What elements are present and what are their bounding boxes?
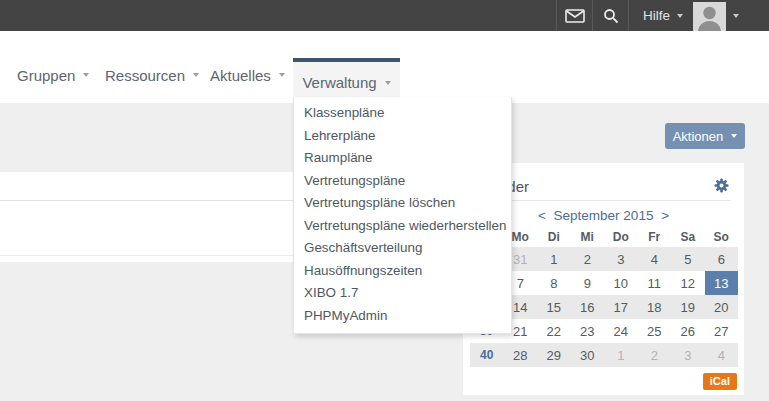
nav-item-ressourcen[interactable]: Ressourcen	[105, 55, 199, 95]
page: Hilfe Gruppen Ressourcen Aktuelles	[0, 0, 769, 401]
day-cell[interactable]: 6	[705, 247, 739, 271]
day-cell[interactable]: 8	[537, 271, 571, 295]
avatar[interactable]	[693, 2, 726, 31]
next-month-button[interactable]: >	[657, 208, 673, 223]
chevron-down-icon	[193, 73, 199, 77]
menu-item-klassenplaene[interactable]: Klassenpläne	[294, 102, 511, 125]
chevron-down-icon	[83, 73, 89, 77]
topbar: Hilfe	[0, 0, 769, 31]
avatar-menu-button[interactable]	[726, 0, 749, 31]
nav-item-label: Ressourcen	[105, 67, 185, 84]
chevron-down-icon	[731, 134, 737, 138]
day-cell[interactable]: 27	[705, 319, 739, 343]
day-header: Di	[537, 226, 571, 247]
day-cell[interactable]: 10	[604, 271, 638, 295]
menu-item-hausoeffnungszeiten[interactable]: Hausöffnungszeiten	[294, 260, 511, 283]
topbar-actions: Hilfe	[556, 0, 749, 31]
nav-item-label: Verwaltung	[302, 74, 376, 91]
day-header: So	[705, 226, 739, 247]
menu-item-geschaeftsverteilung[interactable]: Geschäftsverteilung	[294, 237, 511, 260]
chevron-down-icon	[385, 81, 391, 85]
nav-item-gruppen[interactable]: Gruppen	[17, 55, 89, 95]
help-label: Hilfe	[643, 8, 670, 23]
day-cell[interactable]: 9	[571, 271, 605, 295]
nav-item-label: Aktuelles	[210, 67, 271, 84]
day-cell[interactable]: 23	[571, 319, 605, 343]
day-cell[interactable]: 5	[671, 247, 705, 271]
chevron-down-icon	[677, 14, 683, 18]
day-cell[interactable]: 18	[638, 295, 672, 319]
menu-item-vertretungsplaene-loeschen[interactable]: Vertretungspläne löschen	[294, 192, 511, 215]
day-cell[interactable]: 26	[671, 319, 705, 343]
day-cell[interactable]: 11	[638, 271, 672, 295]
user-silhouette-icon	[693, 2, 726, 31]
menu-item-raumplaene[interactable]: Raumpläne	[294, 147, 511, 170]
day-cell[interactable]: 20	[705, 295, 739, 319]
day-cell[interactable]: 17	[604, 295, 638, 319]
day-cell[interactable]: 19	[671, 295, 705, 319]
day-cell[interactable]: 16	[571, 295, 605, 319]
mail-button[interactable]	[556, 0, 593, 31]
week-number[interactable]: 40	[470, 343, 504, 367]
day-cell[interactable]: 2	[571, 247, 605, 271]
actions-button-label: Aktionen	[673, 129, 724, 144]
day-header: Sa	[671, 226, 705, 247]
day-cell[interactable]: 15	[537, 295, 571, 319]
verwaltung-dropdown-menu: Klassenpläne Lehrerpläne Raumpläne Vertr…	[293, 97, 512, 334]
day-cell[interactable]: 30	[571, 343, 605, 367]
day-cell[interactable]: 29	[537, 343, 571, 367]
day-cell[interactable]: 1	[604, 343, 638, 367]
mail-icon	[565, 9, 585, 23]
menu-item-xibo[interactable]: XIBO 1.7	[294, 282, 511, 305]
nav-item-aktuelles[interactable]: Aktuelles	[210, 55, 285, 95]
menu-item-lehrerplaene[interactable]: Lehrerpläne	[294, 125, 511, 148]
ical-button[interactable]: iCal	[703, 373, 737, 390]
day-cell[interactable]: 22	[537, 319, 571, 343]
search-button[interactable]	[593, 0, 629, 31]
day-header: Fr	[638, 226, 672, 247]
day-cell[interactable]: 28	[504, 343, 538, 367]
menu-item-vertretungsplaene-wiederherstellen[interactable]: Vertretungspläne wiederherstellen	[294, 215, 511, 238]
day-cell[interactable]: 3	[671, 343, 705, 367]
day-cell[interactable]: 3	[604, 247, 638, 271]
day-cell[interactable]: 25	[638, 319, 672, 343]
day-cell[interactable]: 4	[638, 247, 672, 271]
help-menu-button[interactable]: Hilfe	[629, 0, 693, 31]
day-header: Mi	[571, 226, 605, 247]
day-cell[interactable]: 12	[671, 271, 705, 295]
day-cell[interactable]: 4	[705, 343, 739, 367]
divider	[476, 200, 731, 201]
prev-month-button[interactable]: <	[534, 208, 550, 223]
menu-item-vertretungsplaene[interactable]: Vertretungspläne	[294, 170, 511, 193]
day-cell-selected[interactable]: 13	[705, 271, 739, 295]
day-cell[interactable]: 24	[604, 319, 638, 343]
day-cell[interactable]: 2	[638, 343, 672, 367]
gear-icon[interactable]	[714, 178, 729, 193]
search-icon	[603, 8, 619, 24]
menu-item-phpmyadmin[interactable]: PHPMyAdmin	[294, 305, 511, 328]
chevron-down-icon	[733, 14, 739, 18]
chevron-down-icon	[279, 73, 285, 77]
nav-item-label: Gruppen	[17, 67, 75, 84]
day-header: Do	[604, 226, 638, 247]
month-label: September 2015	[554, 208, 654, 223]
actions-button[interactable]: Aktionen	[665, 123, 745, 149]
calendar-week-row: 40 28 29 30 1 2 3 4	[470, 343, 738, 367]
day-cell[interactable]: 1	[537, 247, 571, 271]
